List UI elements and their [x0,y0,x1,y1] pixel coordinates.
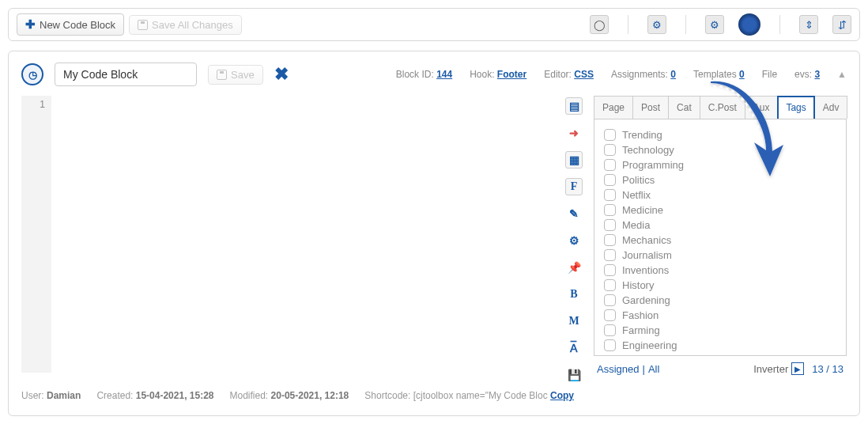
block-name-input[interactable] [55,62,197,86]
count-total: 13 [832,363,843,375]
edit-pencil-icon[interactable]: ✎ [565,205,583,222]
font-file-icon[interactable]: F [565,178,583,195]
templates-link[interactable]: 0 [739,69,745,80]
save-icon [217,70,227,80]
checkbox-icon[interactable] [604,339,616,351]
tab-cat[interactable]: Cat [668,96,700,119]
tag-row[interactable]: Journalism [604,248,836,263]
save-label: Save [231,69,255,81]
checkbox-icon[interactable] [604,264,616,276]
checkbox-icon[interactable] [604,189,616,201]
collapse-toggle[interactable]: ▲ [837,69,847,80]
tag-label: Inventions [622,264,669,276]
m-format-icon[interactable]: M [565,312,583,330]
block-id-label: Block ID: [396,69,434,80]
pin-icon[interactable]: 📌 [565,259,583,276]
tag-row[interactable]: Media [604,218,836,233]
checkbox-icon[interactable] [604,324,616,336]
tag-row[interactable]: Mechanics [604,233,836,248]
user-label: User: [21,390,44,401]
save-button[interactable]: Save [208,65,263,85]
checkbox-icon[interactable] [604,234,616,246]
tab-post[interactable]: Post [632,96,669,119]
import-icon[interactable]: ➜ [565,124,583,142]
tab-adv[interactable]: Adv [814,96,848,119]
tag-row[interactable]: Inventions [604,263,836,278]
all-filter[interactable]: All [648,363,659,375]
revs-link[interactable]: 3 [814,69,820,80]
assignments-link[interactable]: 0 [670,69,676,80]
tag-row[interactable]: Technology [604,142,836,157]
tab-aux[interactable]: Aux [745,96,779,119]
top-toolbar: ✚ New Code Block Save All Changes ◯ ⚙ ⚙ … [8,8,860,41]
modified-value: 20-05-2021, 12:18 [271,390,349,401]
tag-row[interactable]: Fashion [604,308,836,323]
checkbox-icon[interactable] [604,129,616,141]
editor-side-tools: ▤ ➜ ▦ F ✎ ⚙ 📌 B M A̅ 💾 [562,96,586,384]
shortcode-value: [cjtoolbox name="My Code Bloc [413,390,548,401]
assigned-filter[interactable]: Assigned [597,363,639,375]
editor-label: Editor: [544,69,572,80]
checkbox-icon[interactable] [604,309,616,321]
expand-vert-icon[interactable]: ⇕ [799,15,818,34]
new-code-block-button[interactable]: ✚ New Code Block [17,13,124,36]
delete-block-button[interactable]: ✖ [274,64,289,85]
collapse-vert-icon[interactable]: ⇵ [832,15,851,34]
state-icon[interactable]: ◯ [590,15,609,34]
tag-label: Fashion [622,309,659,321]
checkbox-icon[interactable] [604,294,616,306]
tag-label: Farming [622,324,660,336]
tab-page[interactable]: Page [594,96,633,119]
block-logo-icon: ◷ [21,63,43,85]
new-code-block-label: New Code Block [40,19,115,31]
gear-burst-icon[interactable] [738,13,760,36]
checkbox-icon[interactable] [604,144,616,156]
tag-label: Journalism [622,249,672,261]
tag-row[interactable]: Trending [604,127,836,142]
inverter-label[interactable]: Inverter [753,363,788,375]
hook-link[interactable]: Footer [497,69,526,80]
checkbox-icon[interactable] [604,174,616,186]
checkbox-icon[interactable] [604,219,616,231]
bold-icon[interactable]: B [565,286,583,303]
settings-gear-icon[interactable]: ⚙ [565,232,583,249]
save-all-label: Save All Changes [152,19,233,31]
tag-label: Media [622,219,650,231]
created-label: Created: [96,390,133,401]
tag-row[interactable]: Farming [604,323,836,338]
editor-type-link[interactable]: CSS [574,69,594,80]
code-editor[interactable]: 1 [21,96,554,384]
checkbox-icon[interactable] [604,159,616,171]
insert-row-icon[interactable]: ▤ [565,97,583,115]
tag-label: Trending [622,129,662,141]
save-all-button[interactable]: Save All Changes [129,15,242,35]
checkbox-icon[interactable] [604,279,616,291]
tag-row[interactable]: Gardening [604,293,836,308]
assignment-tabs: Page Post Cat C.Post Aux Tags Adv [594,96,847,119]
shield-gear-icon[interactable]: ⚙ [647,15,666,34]
tag-row[interactable]: Programming [604,157,836,172]
grid-icon[interactable]: ▦ [565,151,583,169]
file-label: File [762,69,777,80]
layout-gear-icon[interactable]: ⚙ [705,15,724,34]
checkbox-icon[interactable] [604,204,616,216]
font-size-icon[interactable]: A̅ [565,339,583,357]
inverter-play-icon[interactable]: ▶ [791,362,804,375]
tag-row[interactable]: Medicine [604,203,836,218]
tag-row[interactable]: Engineering [604,338,836,353]
disk-save-icon[interactable]: 💾 [565,366,583,384]
block-id-link[interactable]: 144 [436,69,452,80]
tag-row[interactable]: Netflix [604,187,836,203]
plus-icon: ✚ [25,17,36,32]
copy-shortcode-link[interactable]: Copy [550,390,574,401]
tag-row[interactable]: Politics [604,172,836,187]
line-gutter: 1 [21,96,51,373]
editor-panel: ◷ Save ✖ Block ID: 144 Hook: Footer Edit… [8,51,860,416]
tab-tags[interactable]: Tags [777,96,814,119]
created-value: 15-04-2021, 15:28 [136,390,214,401]
code-text-area[interactable] [51,96,554,373]
tab-cpost[interactable]: C.Post [700,96,745,119]
tags-list[interactable]: TrendingTechnologyProgrammingPoliticsNet… [594,119,847,356]
tag-row[interactable]: History [604,278,836,293]
checkbox-icon[interactable] [604,249,616,261]
